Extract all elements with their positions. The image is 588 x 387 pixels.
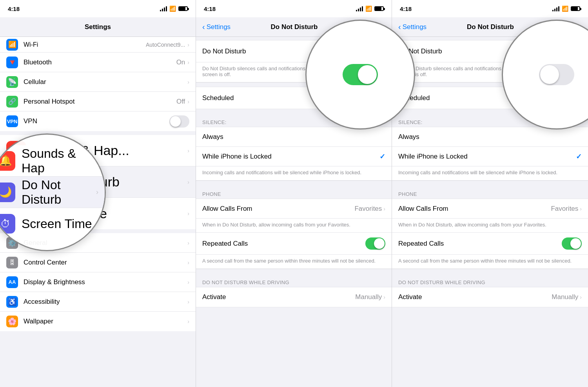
zoom-circle: 🔔 Sounds & Hap › 🌙 Do Not Disturb › ⏱ Sc… <box>0 133 106 251</box>
chevron-icon: › <box>187 240 189 246</box>
repeated-calls-label: Repeated Calls <box>202 240 365 248</box>
status-time: 4:18 <box>400 5 412 12</box>
zoom-sounds-row: 🔔 Sounds & Hap › <box>0 145 105 177</box>
dnd-zoom-circle <box>305 20 415 130</box>
phone-section-r: Allow Calls From Favorites › When in Do … <box>392 199 588 269</box>
accessibility-icon: ♿ <box>6 296 18 308</box>
display-label: Display & Brightness <box>24 278 187 286</box>
chevron-icon: › <box>187 259 189 266</box>
dnd-toggle-zoom <box>343 64 378 85</box>
wifi-icon: 📶 <box>6 39 18 51</box>
status-bar: 4:18 📶 <box>0 0 196 17</box>
settings-panel: 4:18 📶 Settings 📶 Wi-Fi AutoConnect9... … <box>0 0 196 387</box>
silence-locked-label-r: While iPhone is Locked <box>398 153 576 161</box>
display-icon: AA <box>6 276 18 288</box>
activate-row[interactable]: Activate Manually › <box>196 287 392 307</box>
status-bar: 4:18 📶 <box>196 0 392 17</box>
hotspot-label: Personal Hotspot <box>24 98 176 106</box>
repeated-calls-toggle-r[interactable] <box>562 237 582 250</box>
bluetooth-row[interactable]: 🔻 Bluetooth On › <box>0 53 196 72</box>
status-time: 4:18 <box>204 5 216 12</box>
accessibility-row[interactable]: ♿ Accessibility › <box>0 292 196 312</box>
driving-header: DO NOT DISTURB WHILE DRIVING <box>196 276 392 287</box>
nav-bar: Settings <box>0 17 196 37</box>
chevron-icon: › <box>383 206 385 212</box>
silence-locked-label: While iPhone is Locked <box>202 153 379 161</box>
phone-section: Allow Calls From Favorites › When in Do … <box>196 199 392 269</box>
allow-calls-label-r: Allow Calls From <box>398 205 551 213</box>
chevron-icon: › <box>187 148 189 154</box>
silence-locked-desc: Incoming calls and notifications will be… <box>196 166 392 181</box>
checkmark-icon-r: ✓ <box>576 152 582 161</box>
bluetooth-label: Bluetooth <box>24 58 176 66</box>
wifi-icon: 📶 <box>562 5 568 12</box>
back-button[interactable]: ‹ Settings <box>202 22 230 31</box>
chevron-icon: › <box>187 59 189 66</box>
activate-value: Manually <box>355 293 382 301</box>
driving-header-r: DO NOT DISTURB WHILE DRIVING <box>392 276 588 287</box>
allow-calls-value-r: Favorites <box>551 205 578 213</box>
battery-icon <box>178 6 188 11</box>
chevron-icon-r: › <box>580 294 582 300</box>
cellular-label: Cellular <box>24 78 187 86</box>
network-group: 📶 Wi-Fi AutoConnect9... › 🔻 Bluetooth On… <box>0 37 196 131</box>
status-bar: 4:18 📶 <box>392 0 588 17</box>
activate-label-r: Activate <box>398 293 552 301</box>
chevron-icon: › <box>187 42 189 48</box>
zoom-dnd-label: Do Not Disturb <box>22 178 96 207</box>
back-button[interactable]: ‹ Settings <box>398 22 426 31</box>
driving-section-r: Activate Manually › <box>392 287 588 307</box>
allow-calls-row[interactable]: Allow Calls From Favorites › <box>196 199 392 219</box>
repeated-calls-toggle[interactable] <box>365 237 385 250</box>
vpn-toggle[interactable] <box>169 115 189 128</box>
cellular-row[interactable]: 📡 Cellular › <box>0 72 196 92</box>
dnd-panel-off: 4:18 📶 ‹ Settings Do Not Disturb Do Not … <box>392 0 588 387</box>
silence-always-label: Always <box>202 133 385 141</box>
activate-row-r[interactable]: Activate Manually › <box>392 287 588 307</box>
back-label: Settings <box>207 23 230 31</box>
controlcenter-row[interactable]: 🎛 Control Center › <box>0 253 196 272</box>
activate-label: Activate <box>202 293 355 301</box>
signal-icon <box>356 6 363 11</box>
signal-icon <box>160 6 167 11</box>
allow-calls-row-r[interactable]: Allow Calls From Favorites › <box>392 199 588 219</box>
repeated-calls-row[interactable]: Repeated Calls <box>196 233 392 255</box>
bluetooth-value: On <box>176 58 185 66</box>
silence-locked-row-r[interactable]: While iPhone is Locked ✓ <box>392 147 588 166</box>
chevron-icon: › <box>187 99 189 105</box>
wifi-row[interactable]: 📶 Wi-Fi AutoConnect9... › <box>0 37 196 53</box>
chevron-icon: › <box>187 210 189 217</box>
chevron-icon: › <box>383 294 385 300</box>
allow-calls-desc: When in Do Not Disturb, allow incoming c… <box>196 219 392 233</box>
back-label: Settings <box>403 23 426 31</box>
silence-locked-row[interactable]: While iPhone is Locked ✓ <box>196 147 392 166</box>
vpn-icon: VPN <box>6 115 18 127</box>
zoom-dnd-icon: 🌙 <box>0 183 15 202</box>
display-row[interactable]: AA Display & Brightness › <box>0 272 196 292</box>
dnd-panel-on: 4:18 📶 ‹ Settings Do Not Disturb Do Not … <box>196 0 392 387</box>
chevron-icon: › <box>187 279 189 285</box>
wallpaper-row[interactable]: 🌸 Wallpaper › <box>0 312 196 331</box>
chevron-icon: › <box>187 299 189 305</box>
dnd-toggle-zoom-off <box>539 64 574 85</box>
cellular-icon: 📡 <box>6 76 18 88</box>
silence-always-row-r[interactable]: Always <box>392 127 588 147</box>
vpn-row[interactable]: VPN VPN <box>0 111 196 131</box>
chevron-icon: › <box>96 157 98 165</box>
accessibility-label: Accessibility <box>24 298 187 306</box>
controlcenter-icon: 🎛 <box>6 257 18 268</box>
wifi-label: Wi-Fi <box>24 41 146 48</box>
status-icons: 📶 <box>160 5 188 12</box>
repeated-calls-row-r[interactable]: Repeated Calls <box>392 233 588 255</box>
wifi-icon: 📶 <box>365 5 372 12</box>
repeated-calls-desc: A second call from the same person withi… <box>196 255 392 269</box>
chevron-icon: › <box>187 79 189 85</box>
silence-section: Always While iPhone is Locked ✓ Incoming… <box>196 127 392 181</box>
chevron-icon: › <box>96 220 98 228</box>
activate-value-r: Manually <box>552 293 578 301</box>
silence-always-row[interactable]: Always <box>196 127 392 147</box>
repeated-calls-label-r: Repeated Calls <box>398 240 562 248</box>
hotspot-row[interactable]: 🔗 Personal Hotspot Off › <box>0 92 196 111</box>
checkmark-icon: ✓ <box>379 152 385 161</box>
back-chevron-icon: ‹ <box>398 22 401 31</box>
